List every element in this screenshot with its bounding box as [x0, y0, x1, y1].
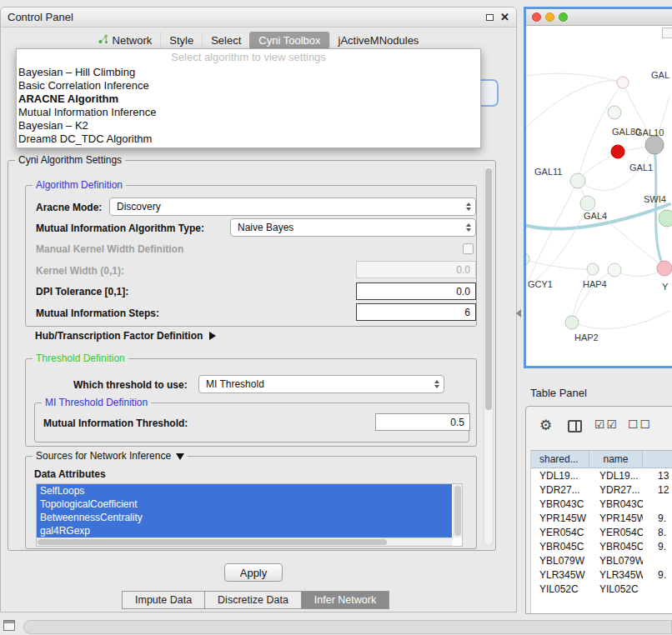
tab-infer-network[interactable]: Infer Network: [301, 591, 389, 609]
algorithm-option[interactable]: Dream8 DC_TDC Algorithm: [17, 132, 480, 146]
sources-toggle[interactable]: Sources for Network Inference: [33, 450, 188, 462]
mi-threshold-group: MI Threshold Definition Mutual Informati…: [34, 402, 469, 442]
mi-type-select[interactable]: Naive Bayes: [230, 218, 476, 237]
graph-node-label: GAL11: [534, 167, 562, 177]
graph-node[interactable]: [608, 263, 621, 277]
tab-cyni-toolbox[interactable]: Cyni Toolbox: [249, 32, 328, 49]
tab-jactivemnodules[interactable]: jActiveMNodules: [329, 32, 428, 49]
attribute-item-selected[interactable]: TopologicalCoefficient: [37, 498, 452, 511]
graph-node[interactable]: [657, 261, 672, 276]
which-threshold-value: MI Threshold: [206, 378, 264, 390]
algorithm-option[interactable]: Bayesian – Hill Climbing: [17, 66, 480, 79]
zoom-traffic-light[interactable]: [559, 12, 568, 22]
graph-node[interactable]: [570, 173, 585, 188]
window-controls: ✕: [486, 8, 509, 28]
attributes-hscrollbar[interactable]: [37, 538, 453, 546]
graph-node[interactable]: [587, 263, 599, 275]
graph-node[interactable]: [659, 210, 672, 227]
attributes-hscrollbar-thumb[interactable]: [38, 539, 387, 545]
graph-node-label: GAL1: [629, 162, 653, 172]
table-row[interactable]: YBR043C YBR043C: [531, 497, 672, 511]
table-panel-title: Table Panel: [530, 387, 587, 399]
hub-definition-toggle[interactable]: Hub/Transcription Factor Definition: [35, 330, 216, 342]
attribute-item-selected[interactable]: BetweennessCentrality: [37, 511, 452, 524]
network-canvas[interactable]: GAL80GAL10GAL11GAL1SWI4GAL4GCY1HAP4HAP2G…: [526, 26, 672, 366]
settings-scrollbar-thumb[interactable]: [485, 168, 492, 410]
algorithm-option[interactable]: Basic Correlation Inference: [17, 79, 480, 92]
manual-kernel-label: Manual Kernel Width Definition: [36, 243, 183, 255]
gear-icon[interactable]: ⚙: [539, 417, 552, 434]
graph-edge[interactable]: [572, 269, 593, 321]
table-toolbar: ⚙ ☑☑ ☐☐: [526, 407, 672, 450]
kernel-width-value: 0.0: [456, 264, 470, 276]
tab-network[interactable]: Network: [90, 32, 161, 49]
tab-style[interactable]: Style: [160, 32, 202, 49]
table-row[interactable]: YER054C YER054C 8.: [531, 525, 672, 539]
graph-node[interactable]: [580, 196, 595, 211]
tab-label: Style: [169, 34, 193, 47]
select-all-checkboxes-icon[interactable]: ☑☑: [594, 418, 619, 431]
graph-node-label: HAP2: [574, 332, 599, 342]
panel-divider-arrow[interactable]: [516, 309, 521, 318]
graph-node[interactable]: [608, 106, 621, 119]
mi-steps-value: 6: [464, 307, 470, 318]
algorithm-option[interactable]: Mutual Information Inference: [17, 106, 480, 119]
graph-node[interactable]: [526, 252, 529, 266]
node-table: shared... name YDL19... YDL19... 13 YDR2…: [530, 450, 672, 613]
algorithm-option[interactable]: Bayesian – K2: [17, 119, 480, 132]
graph-edge[interactable]: [573, 311, 669, 328]
tab-impute-data[interactable]: Impute Data: [122, 591, 205, 609]
attribute-item-selected[interactable]: gal4RGexp: [37, 524, 452, 538]
deselect-all-checkboxes-icon[interactable]: ☐☐: [628, 418, 652, 431]
aracne-mode-select[interactable]: Discovery: [109, 198, 476, 216]
graph-edge[interactable]: [579, 152, 618, 179]
graph-node[interactable]: [611, 145, 624, 158]
table-row[interactable]: YDR27... YDR27... 12: [531, 482, 672, 497]
network-graph[interactable]: GAL80GAL10GAL11GAL1SWI4GAL4GCY1HAP4HAP2G…: [526, 26, 672, 366]
bottom-tabbar: Impute Data Discretize Data Infer Networ…: [123, 591, 389, 609]
tab-select[interactable]: Select: [202, 32, 249, 49]
table-row[interactable]: YDL19... YDL19... 13: [531, 468, 672, 482]
attributes-vscrollbar-thumb[interactable]: [454, 486, 461, 536]
tab-label: jActiveMNodules: [339, 34, 419, 47]
sources-group: Sources for Network Inference Data Attri…: [25, 456, 477, 549]
graph-node[interactable]: [565, 316, 579, 329]
close-traffic-light[interactable]: [532, 12, 541, 22]
column-header-extra[interactable]: [643, 451, 672, 468]
minimize-traffic-light[interactable]: [545, 12, 554, 22]
which-threshold-label: Which threshold to use:: [73, 379, 188, 391]
manual-kernel-checkbox[interactable]: [463, 243, 474, 254]
float-window-icon[interactable]: [486, 14, 494, 21]
graph-node[interactable]: [645, 136, 664, 154]
graph-node-label: GCY1: [528, 279, 553, 289]
mi-steps-input[interactable]: 6: [356, 303, 476, 321]
mi-threshold-input[interactable]: 0.5: [375, 413, 470, 431]
column-browser-icon[interactable]: [568, 420, 582, 432]
apply-button[interactable]: Apply: [224, 563, 283, 582]
network-window-titlebar: [526, 9, 672, 26]
close-window-icon[interactable]: ✕: [500, 8, 509, 28]
algorithm-option-selected[interactable]: ARACNE Algorithm: [17, 92, 480, 106]
stepper-icon: [434, 380, 439, 388]
table-row[interactable]: YLR345W YLR345W 9.: [531, 568, 672, 582]
attribute-item-selected[interactable]: SelfLoops: [37, 484, 452, 498]
table-row[interactable]: YBR045C YBR045C 9.: [531, 539, 672, 553]
data-attributes-list: SelfLoopsTopologicalCoefficientBetweenne…: [36, 483, 463, 547]
tab-discretize-data[interactable]: Discretize Data: [204, 591, 302, 609]
settings-scrollbar[interactable]: [484, 165, 494, 546]
table-row[interactable]: YIL052C YIL052C: [531, 582, 672, 596]
algorithm-definition-group: Algorithm Definition Aracne Mode: Discov…: [25, 185, 477, 327]
column-header-shared[interactable]: shared...: [531, 451, 589, 468]
which-threshold-select[interactable]: MI Threshold: [198, 375, 444, 393]
dpi-tolerance-input[interactable]: 0.0: [356, 282, 476, 300]
graph-edge[interactable]: [526, 73, 623, 82]
kernel-width-input[interactable]: 0.0: [356, 261, 476, 278]
graph-node[interactable]: [617, 77, 629, 88]
restore-panel-icon[interactable]: [3, 620, 15, 631]
table-row[interactable]: YPR145W YPR145W 9.: [531, 511, 672, 525]
canvas-scrollbar-box[interactable]: [662, 28, 672, 38]
column-header-name[interactable]: name: [589, 451, 643, 468]
graph-node-label: GAL: [651, 70, 669, 80]
table-row[interactable]: YBL079W YBL079W: [531, 553, 672, 568]
attributes-vscrollbar[interactable]: [453, 484, 462, 538]
